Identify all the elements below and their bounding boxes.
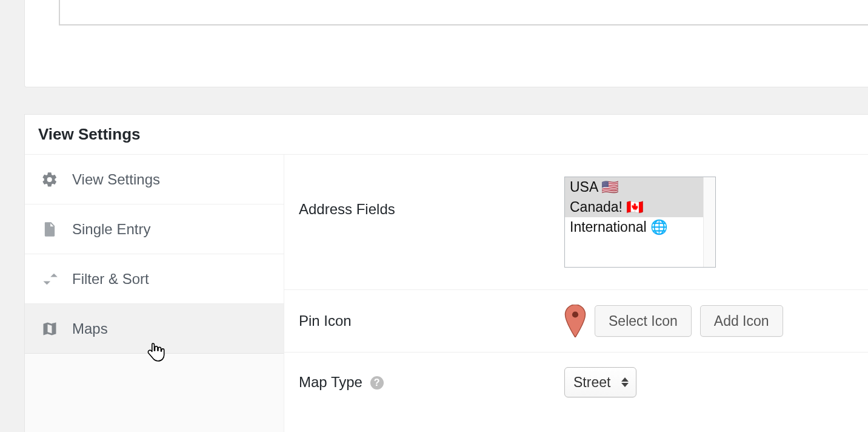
sidebar-item-maps[interactable]: Maps [25,304,284,354]
sidebar-item-single-entry[interactable]: Single Entry [25,204,284,254]
settings-sidebar: View Settings Single Entry Filter & Sort… [25,155,284,432]
sidebar-item-label: Maps [72,320,108,337]
address-fields-label: Address Fields [299,177,564,218]
svg-marker-1 [50,273,58,277]
sidebar-item-label: Filter & Sort [72,271,149,288]
map-type-label: Map Type ? [299,374,564,391]
map-type-select[interactable]: Street [564,367,636,397]
panel-header: View Settings [25,115,868,155]
svg-point-3 [572,311,578,317]
select-icon-button[interactable]: Select Icon [595,305,692,337]
map-type-label-text: Map Type [299,374,362,390]
map-icon [39,320,60,337]
svg-point-2 [52,323,55,326]
address-option-canada[interactable]: Canada! 🇨🇦 [565,197,703,217]
multiselect-scrollbar[interactable] [703,177,715,267]
sidebar-item-label: Single Entry [72,221,150,238]
sidebar-item-label: View Settings [72,171,160,188]
pin-icon-label: Pin Icon [299,312,564,329]
previous-panel-inner [59,0,868,25]
sort-icon [39,271,60,288]
sidebar-item-filter-sort[interactable]: Filter & Sort [25,254,284,304]
sidebar-item-view-settings[interactable]: View Settings [25,155,284,204]
map-pin-icon [564,305,586,337]
add-icon-button[interactable]: Add Icon [700,305,783,337]
address-option-usa[interactable]: USA 🇺🇸 [565,177,703,197]
help-icon[interactable]: ? [370,376,384,390]
address-option-international[interactable]: International 🌐 [565,217,703,237]
map-type-value: Street [573,374,610,391]
previous-panel [24,0,868,87]
view-settings-panel: View Settings View Settings Single Entry [24,114,868,432]
panel-title: View Settings [38,125,141,144]
address-fields-select[interactable]: USA 🇺🇸 Canada! 🇨🇦 International 🌐 [564,177,716,268]
select-caret-icon [621,377,629,387]
document-icon [39,221,60,238]
settings-content: Address Fields USA 🇺🇸 Canada! 🇨🇦 Interna… [284,155,868,432]
gear-icon [39,171,60,188]
